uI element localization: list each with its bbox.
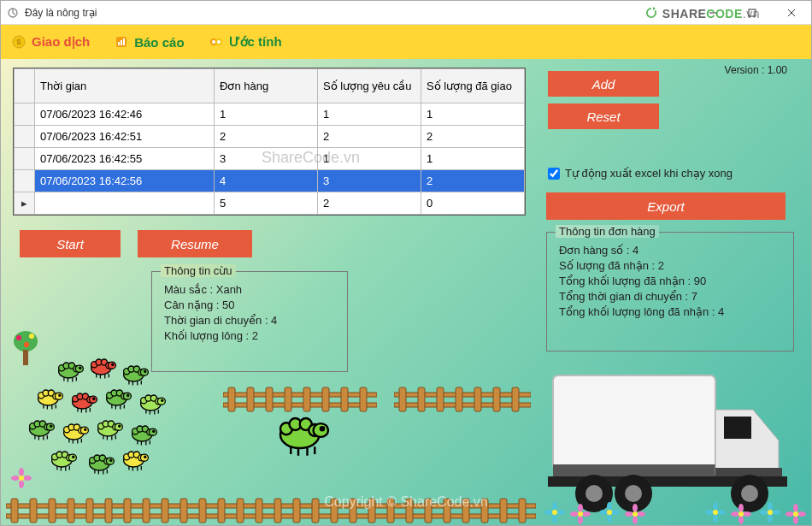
col-order[interactable]: Đơn hàng	[215, 69, 318, 103]
svg-rect-19	[23, 350, 28, 365]
svg-point-136	[153, 430, 155, 432]
auto-export-label: Tự động xuất excel khi chạy xong	[565, 167, 733, 180]
flower-icon	[705, 502, 726, 523]
svg-point-283	[797, 511, 806, 517]
svg-point-275	[768, 502, 773, 511]
big-sheep-icon	[274, 410, 334, 457]
sheep-icon	[121, 362, 151, 386]
svg-point-286	[19, 480, 24, 488]
svg-point-180	[321, 427, 324, 430]
flower-icon	[760, 502, 780, 523]
maximize-button[interactable]	[733, 1, 772, 25]
table-row[interactable]: 07/06/2023 16:42:55311	[15, 148, 525, 170]
svg-point-255	[607, 502, 612, 511]
sheep-icon	[35, 386, 66, 410]
table-row[interactable]: 07/06/2023 16:42:56432	[15, 170, 525, 192]
start-button[interactable]: Start	[20, 230, 121, 257]
resume-button[interactable]: Resume	[138, 230, 252, 257]
svg-rect-10	[123, 38, 125, 45]
svg-point-250	[578, 504, 583, 512]
flower-icon	[570, 504, 591, 524]
svg-rect-203	[512, 387, 519, 411]
svg-point-260	[633, 504, 638, 512]
svg-point-81	[127, 394, 129, 396]
svg-point-240	[585, 485, 603, 502]
table-row[interactable]: ▸520	[15, 192, 525, 215]
svg-rect-193	[341, 387, 348, 411]
svg-point-267	[705, 510, 714, 515]
svg-point-279	[768, 510, 773, 515]
svg-point-263	[637, 511, 645, 517]
nav-reports-label: Báo cáo	[134, 35, 184, 50]
svg-rect-232	[500, 499, 507, 523]
sheep-icon	[61, 420, 91, 444]
svg-point-92	[162, 399, 163, 401]
svg-rect-188	[247, 387, 254, 411]
sheep-icon	[121, 447, 151, 471]
svg-rect-2	[749, 9, 756, 16]
svg-rect-202	[493, 387, 500, 411]
svg-rect-222	[312, 499, 319, 523]
nav-reports[interactable]: Báo cáo	[114, 34, 184, 50]
svg-point-247	[544, 510, 553, 515]
svg-rect-215	[180, 499, 187, 523]
svg-point-264	[633, 511, 638, 517]
svg-point-269	[713, 510, 718, 515]
svg-rect-226	[387, 499, 394, 523]
svg-rect-9	[121, 40, 122, 45]
flower-icon	[786, 504, 806, 524]
sheep-icon	[129, 422, 160, 446]
svg-rect-230	[462, 499, 469, 523]
reset-button[interactable]: Reset	[548, 103, 659, 129]
svg-point-17	[29, 334, 34, 339]
svg-point-289	[19, 476, 24, 481]
order-no: Đơn hàng số : 4	[559, 244, 781, 257]
svg-rect-185	[223, 393, 377, 397]
svg-point-268	[717, 510, 726, 515]
svg-rect-218	[237, 499, 244, 523]
nav-estimates-label: Ước tính	[229, 34, 282, 50]
export-button[interactable]: Export	[546, 192, 786, 220]
svg-point-271	[738, 516, 744, 524]
svg-rect-229	[444, 499, 450, 523]
col-time[interactable]: Thời gian	[35, 69, 215, 103]
auto-export-checkbox[interactable]: Tự động xuất excel khi chạy xong	[548, 167, 733, 180]
minimize-button[interactable]	[693, 1, 733, 25]
version-label: Version : 1.00	[725, 64, 787, 76]
sheep-flock	[9, 324, 180, 495]
report-icon	[114, 34, 129, 50]
svg-rect-209	[68, 499, 74, 523]
svg-rect-189	[266, 387, 273, 411]
svg-point-37	[112, 363, 114, 365]
col-qty-del[interactable]: Số lượng đã giao	[421, 69, 525, 103]
svg-point-242	[625, 485, 642, 502]
svg-rect-207	[30, 499, 37, 523]
svg-rect-225	[368, 499, 375, 523]
svg-point-257	[599, 510, 608, 515]
data-grid[interactable]: Thời gian Đơn hàng Số lượng yêu cầu Số l…	[13, 68, 526, 216]
nav-transactions[interactable]: $ Giao dịch	[11, 34, 90, 50]
svg-rect-223	[331, 499, 338, 523]
col-qty-req[interactable]: Số lượng yêu cầu	[318, 69, 421, 103]
sheep-icon	[88, 355, 119, 379]
svg-rect-214	[162, 499, 168, 523]
auto-export-input[interactable]	[548, 168, 560, 180]
svg-point-262	[625, 511, 633, 517]
svg-point-13	[212, 40, 215, 44]
table-row[interactable]: 07/06/2023 16:42:51222	[15, 126, 525, 148]
sheep-info-title: Thông tin cừu	[161, 264, 236, 277]
add-button[interactable]: Add	[548, 71, 659, 97]
svg-point-266	[713, 514, 718, 523]
tree-icon	[11, 329, 40, 369]
svg-point-16	[16, 335, 21, 340]
close-button[interactable]	[772, 1, 811, 25]
nav-estimates[interactable]: Ước tính	[209, 34, 282, 50]
svg-point-272	[731, 511, 739, 517]
table-row[interactable]: 07/06/2023 16:42:46111	[15, 103, 525, 126]
svg-rect-206	[11, 499, 18, 523]
svg-rect-200	[456, 387, 462, 411]
svg-point-276	[768, 514, 773, 523]
svg-rect-236	[724, 417, 751, 439]
svg-point-261	[633, 516, 638, 524]
svg-point-258	[611, 510, 620, 515]
